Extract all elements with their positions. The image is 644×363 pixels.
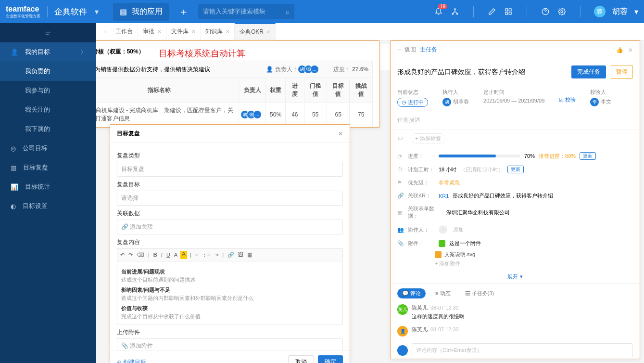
bell-icon[interactable]: 19 xyxy=(434,7,443,16)
tab-approval[interactable]: 审批✕ xyxy=(138,23,166,40)
indent-icon[interactable]: ⇥ xyxy=(213,251,219,259)
review-type-select[interactable]: 目标复盘 xyxy=(117,162,343,177)
font-icon[interactable]: A xyxy=(173,251,178,259)
italic-icon[interactable]: I xyxy=(160,251,164,259)
sidebar-item-responsible[interactable]: 我负责的 xyxy=(0,62,96,81)
color-icon[interactable]: A xyxy=(180,251,187,259)
objective-title: 为销售提供数据分析支持，提供销售决策建议 xyxy=(96,65,210,74)
upload-input[interactable]: 📎 添加附件 xyxy=(117,338,343,350)
close-icon[interactable]: ✕ xyxy=(226,29,229,34)
org-icon[interactable] xyxy=(450,7,460,16)
tab-label: 知识库 xyxy=(205,27,223,36)
collab-add[interactable]: 添加 xyxy=(453,226,464,233)
close-icon[interactable]: ✕ xyxy=(191,29,195,34)
expand-button[interactable]: 展开 ▾ xyxy=(391,270,640,283)
exec-avatar: 胡 xyxy=(442,98,451,106)
sidebar-item-review[interactable]: ▥ 目标复盘 xyxy=(0,158,96,177)
undo-icon[interactable]: ↶ xyxy=(119,251,126,259)
pause-task-button[interactable]: 暂停 xyxy=(611,65,633,79)
close-icon[interactable]: ✕ xyxy=(628,47,633,53)
underline-icon[interactable]: U xyxy=(165,251,171,259)
kr-threshold: 55 xyxy=(304,103,327,127)
link-icon[interactable]: 🔗 xyxy=(227,251,235,259)
status-pill[interactable]: ◷ 进行中 xyxy=(397,98,428,107)
tabs-scroll-left-icon[interactable]: ‹ xyxy=(100,28,111,35)
tab-activity[interactable]: ≡ 动态 xyxy=(430,288,455,298)
sidebar-item-company-objectives[interactable]: ◎ 公司目标 xyxy=(0,139,96,158)
tab-workbench[interactable]: 工作台 xyxy=(111,23,138,40)
review-rel-input[interactable]: 🔗 添加关联 xyxy=(117,220,343,234)
attachment-1[interactable]: 这是一个附件 xyxy=(449,240,481,247)
attachment-2[interactable]: 文案说明.svg xyxy=(444,251,475,258)
comment-input[interactable]: 评论内容（Ctrl+Enter发送） xyxy=(412,343,633,357)
add-icon[interactable]: ＋ xyxy=(179,5,189,18)
sidebar-collapse-button[interactable] xyxy=(0,23,96,42)
recommended-progress: 推荐进度：80% xyxy=(539,153,576,160)
complete-task-button[interactable]: 完成任务 xyxy=(571,65,606,78)
checker-name: 李文 xyxy=(601,99,611,104)
kr-row[interactable]: KR1 商机库建设 - 完成商机库一期建设，匹配存量客户，关联和打通客户信息 胡… xyxy=(96,103,373,127)
th-challenge: 挑战值 xyxy=(350,78,373,103)
user-avatar[interactable]: 蓉 xyxy=(594,6,606,17)
time-range[interactable]: 2021/09/09 — 2021/09/09 xyxy=(483,98,544,104)
gear-icon[interactable] xyxy=(557,7,567,16)
user-caret-icon[interactable]: ▾ xyxy=(634,7,638,16)
close-icon[interactable]: ✕ xyxy=(266,29,270,35)
close-icon[interactable]: ✕ xyxy=(157,29,161,34)
priority-value[interactable]: 非常紧急 xyxy=(439,179,460,186)
tab-comments[interactable]: 💬 评论 xyxy=(397,288,426,298)
chart-icon: 📊 xyxy=(11,183,18,191)
cancel-button[interactable]: 取消 xyxy=(288,355,314,363)
table-icon[interactable]: ▦ xyxy=(246,251,253,259)
tab-files[interactable]: 文件库✕ xyxy=(166,23,201,40)
update-hours-button[interactable]: 更新 xyxy=(507,166,524,173)
progress-bar[interactable] xyxy=(439,155,520,157)
verify-check[interactable]: ☑ 校验 xyxy=(559,96,576,104)
add-collab-avatar[interactable]: ＋ xyxy=(439,225,447,234)
update-progress-button[interactable]: 更新 xyxy=(580,152,596,160)
add-attachment-button[interactable]: + 添加附件 xyxy=(397,259,633,268)
sidebar-item-subordinate[interactable]: 我下属的 xyxy=(0,119,96,139)
review-type-label: 复盘类型 xyxy=(117,152,343,160)
task-description[interactable]: 任务描述 xyxy=(391,111,640,130)
sidebar-item-settings[interactable]: ◐ 目标设置 xyxy=(0,196,96,216)
back-button[interactable]: ← 返回 xyxy=(397,46,416,54)
objective-row[interactable]: 01 为销售提供数据分析支持，提供销售决策建议 👤 负责人： 胡张… 进度： 2… xyxy=(96,61,373,78)
thumb-icon[interactable]: 👍 xyxy=(616,47,623,53)
review-target-select[interactable]: 请选择 xyxy=(117,191,343,206)
list-icon[interactable]: ⋮≡ xyxy=(201,251,211,259)
apps-grid-icon[interactable] xyxy=(504,7,513,16)
attach-label: 附件： xyxy=(408,240,435,247)
sidebar-item-participate[interactable]: 我参与的 xyxy=(0,81,96,100)
align-icon[interactable]: ≡ xyxy=(194,251,199,259)
tab-knowledge[interactable]: 知识库✕ xyxy=(201,23,235,40)
rich-text-editor[interactable]: 当前进展/问题现状 达成这个目标前遇到的问题描述 影响因素/问题与不足 造成这个… xyxy=(117,261,343,324)
logo: teamface 企业数字化管理方案 xyxy=(6,5,40,19)
exec-label: 执行人 xyxy=(442,89,469,96)
logo-subtitle: 企业数字化管理方案 xyxy=(6,13,40,19)
svg-point-0 xyxy=(455,9,456,10)
svg-point-1 xyxy=(452,13,454,14)
add-tag-button[interactable]: + 添加标签 xyxy=(411,133,445,143)
close-icon[interactable]: ✕ xyxy=(338,130,343,137)
help-icon[interactable] xyxy=(541,7,550,16)
clear-icon[interactable]: ⌫ xyxy=(136,251,145,259)
tab-okr[interactable]: 企典OKR✕ xyxy=(235,23,276,40)
redo-icon[interactable]: ↷ xyxy=(127,251,134,259)
sidebar-item-my-objectives[interactable]: 👤 我的目标 〉 xyxy=(0,42,96,62)
main-task-link[interactable]: 主任务 xyxy=(420,46,437,54)
rich-text-toolbar[interactable]: ↶↷ ⌫| BI UA A| ≡⋮≡ ⇥| 🔗🖼 ▦ xyxy=(117,248,343,261)
tab-subtasks[interactable]: ☰ 子任务(3) xyxy=(460,288,499,298)
global-search-input[interactable]: 请输入关键字搜索模块 ⌕ xyxy=(198,4,294,19)
bold-icon[interactable]: B xyxy=(152,251,158,259)
create-objective-link[interactable]: ⊕ 创建目标 xyxy=(117,358,146,363)
app-switch-caret-icon[interactable]: ▾ xyxy=(95,7,99,16)
sidebar-item-follow[interactable]: 我关注的 xyxy=(0,100,96,119)
relkr-tag[interactable]: KR1 xyxy=(439,193,449,199)
edit-icon[interactable] xyxy=(487,7,497,16)
link-icon: 🔗 xyxy=(397,193,404,199)
confirm-button[interactable]: 确定 xyxy=(318,355,343,363)
sidebar-item-stats[interactable]: 📊 目标统计 xyxy=(0,177,96,196)
my-apps-button[interactable]: ▦ 我的应用 xyxy=(113,3,169,21)
image-icon[interactable]: 🖼 xyxy=(237,251,244,259)
